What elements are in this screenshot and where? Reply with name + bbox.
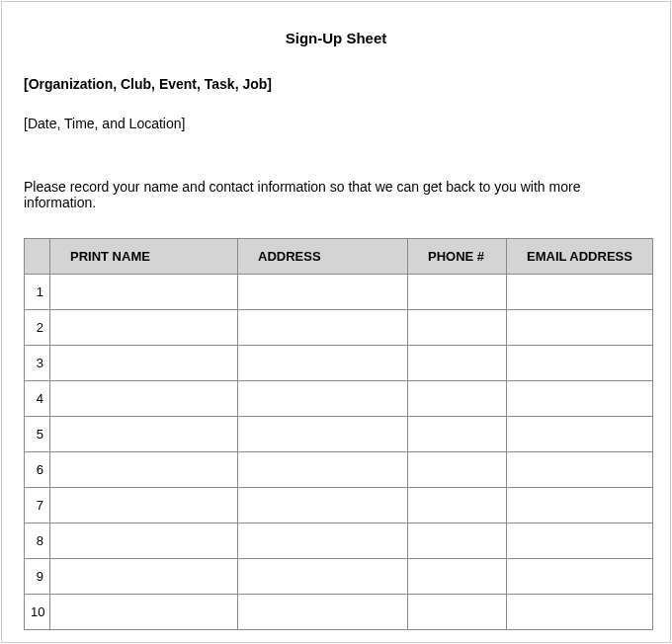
cell-phone	[408, 346, 507, 381]
table-row: 10	[25, 595, 653, 630]
cell-email	[507, 417, 653, 452]
document-title: Sign-Up Sheet	[24, 30, 648, 46]
cell-email	[507, 488, 653, 523]
row-number: 9	[25, 559, 50, 595]
cell-email	[507, 346, 653, 381]
table-row: 9	[25, 559, 653, 595]
cell-name	[50, 310, 238, 346]
organization-placeholder: [Organization, Club, Event, Task, Job]	[24, 76, 648, 92]
cell-email	[507, 523, 653, 559]
header-address: ADDRESS	[238, 239, 408, 275]
cell-phone	[408, 523, 507, 559]
row-number: 7	[25, 488, 50, 523]
cell-address	[238, 417, 408, 452]
row-number: 5	[25, 417, 50, 452]
cell-email	[507, 559, 653, 595]
cell-name	[50, 417, 238, 452]
cell-name	[50, 595, 238, 630]
row-number: 8	[25, 523, 50, 559]
cell-name	[50, 452, 238, 488]
row-number: 6	[25, 452, 50, 488]
row-number: 2	[25, 310, 50, 346]
table-row: 3	[25, 346, 653, 381]
cell-address	[238, 559, 408, 595]
cell-address	[238, 346, 408, 381]
table-row: 5	[25, 417, 653, 452]
cell-email	[507, 310, 653, 346]
cell-phone	[408, 381, 507, 417]
cell-phone	[408, 595, 507, 630]
signup-table-body: 12345678910	[25, 275, 653, 630]
cell-address	[238, 523, 408, 559]
row-number: 4	[25, 381, 50, 417]
page-container: Sign-Up Sheet [Organization, Club, Event…	[1, 1, 671, 643]
cell-name	[50, 381, 238, 417]
cell-email	[507, 381, 653, 417]
cell-phone	[408, 559, 507, 595]
table-row: 6	[25, 452, 653, 488]
cell-phone	[408, 310, 507, 346]
date-location-placeholder: [Date, Time, and Location]	[24, 116, 648, 131]
row-number: 1	[25, 275, 50, 310]
cell-phone	[408, 488, 507, 523]
cell-address	[238, 488, 408, 523]
cell-address	[238, 452, 408, 488]
table-row: 4	[25, 381, 653, 417]
cell-phone	[408, 417, 507, 452]
instructions-text: Please record your name and contact info…	[24, 179, 648, 210]
table-row: 8	[25, 523, 653, 559]
cell-address	[238, 310, 408, 346]
cell-email	[507, 595, 653, 630]
signup-table: PRINT NAME ADDRESS PHONE # EMAIL ADDRESS…	[24, 238, 653, 630]
cell-phone	[408, 275, 507, 310]
cell-address	[238, 595, 408, 630]
header-phone: PHONE #	[408, 239, 507, 275]
cell-address	[238, 275, 408, 310]
header-num	[25, 239, 50, 275]
cell-email	[507, 452, 653, 488]
cell-name	[50, 559, 238, 595]
cell-name	[50, 275, 238, 310]
cell-phone	[408, 452, 507, 488]
table-row: 7	[25, 488, 653, 523]
table-header-row: PRINT NAME ADDRESS PHONE # EMAIL ADDRESS	[25, 239, 653, 275]
cell-address	[238, 381, 408, 417]
cell-name	[50, 523, 238, 559]
table-row: 2	[25, 310, 653, 346]
row-number: 3	[25, 346, 50, 381]
header-print-name: PRINT NAME	[50, 239, 238, 275]
table-row: 1	[25, 275, 653, 310]
cell-name	[50, 488, 238, 523]
row-number: 10	[25, 595, 50, 630]
cell-name	[50, 346, 238, 381]
cell-email	[507, 275, 653, 310]
header-email: EMAIL ADDRESS	[507, 239, 653, 275]
